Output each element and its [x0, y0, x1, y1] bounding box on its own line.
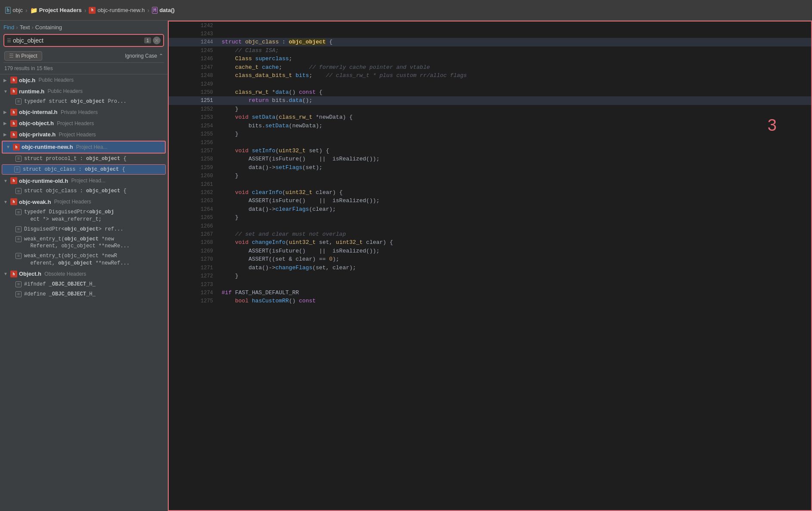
table-row: 1265 }: [169, 213, 811, 222]
file-name-internalh: objc-internal.h: [19, 109, 58, 115]
result-weak-4[interactable]: ≡ weak_entry_t(objc_object *newR eferent…: [0, 251, 167, 268]
table-row: 1266: [169, 222, 811, 230]
code-table: 1242 1243 1244struct objc_class : objc_o…: [169, 22, 811, 305]
table-row: 1261: [169, 180, 811, 188]
expand-arrow-weakah: [3, 200, 9, 204]
file-header-runtimeoldh[interactable]: h objc-runtime-old.h Project Head...: [0, 175, 167, 186]
table-row: 1269 ASSERT(isFuture() || isRealized());: [169, 247, 811, 256]
result-weak-3[interactable]: ≡ weak_entry_t(objc_object *new Referent…: [0, 234, 167, 252]
file-name-weakah: objc-weak.h: [19, 199, 51, 205]
result-text-objcclass: struct objc_class : objc_object {: [23, 166, 162, 173]
code-panel: 3 1242 1243 1244struct objc_class : objc…: [168, 21, 812, 511]
case-button[interactable]: Ignoring Case ⌃: [125, 53, 163, 59]
file-cat-objectmh: Obsolete Headers: [43, 271, 86, 277]
doc-icon-weak-1: ≡: [15, 209, 22, 215]
containing-label[interactable]: Containing: [35, 24, 62, 31]
file-header-internalh[interactable]: h objc-internal.h Private Headers: [0, 107, 167, 118]
table-row: 1256: [169, 139, 811, 147]
breadcrumb-project-headers[interactable]: 📁 Project Headers: [30, 7, 82, 14]
nav-sep-1: ›: [16, 24, 18, 31]
file-group-runtimenewh: h objc-runtime-new.h Project Hea... 2 ≡ …: [0, 141, 167, 175]
main-layout: Find › Text › Containing ☰ 1 ✕ 1 ☰ In Pr…: [0, 21, 812, 511]
left-panel: Find › Text › Containing ☰ 1 ✕ 1 ☰ In Pr…: [0, 21, 168, 511]
table-row: 1264 data()->clearFlags(clear);: [169, 205, 811, 214]
table-row: 1263 ASSERT(isFuture() || isRealized());: [169, 197, 811, 205]
result-obj-2[interactable]: ≡ #define _OBJC_OBJECT_H_: [0, 289, 167, 299]
result-text-obj-1: #ifndef _OBJC_OBJECT_H_: [24, 281, 164, 288]
doc-icon-protocol: ≡: [15, 156, 22, 162]
result-objcclass[interactable]: ≡ struct objc_class : objc_object {: [2, 164, 166, 175]
table-row: 1271 data()->changeFlags(set, clear);: [169, 264, 811, 272]
table-row: 1248 class_data_bits_t bits; // class_rw…: [169, 71, 811, 80]
nav-sep-2: ›: [31, 24, 33, 31]
clear-search-button[interactable]: ✕: [153, 37, 161, 44]
expand-arrow-runtimenewh: [6, 145, 11, 149]
table-row: 1242: [169, 22, 811, 30]
breadcrumb-objc-label: objc: [12, 7, 23, 13]
file-group-internalh: h objc-internal.h Private Headers: [0, 107, 167, 118]
file-header-objch[interactable]: h objc.h Public Headers: [0, 74, 167, 86]
h-icon-privateh: h: [10, 131, 17, 138]
file-header-runtimeh[interactable]: h runtime.h Public Headers: [0, 86, 167, 97]
scope-button[interactable]: ☰ In Project: [4, 51, 42, 61]
breadcrumb-project-headers-label: Project Headers: [39, 7, 82, 13]
breadcrumb-method[interactable]: M data(): [152, 7, 175, 14]
table-row: 1246 Class superclass;: [169, 55, 811, 63]
table-row: 1252 }: [169, 105, 811, 114]
table-row: 1273: [169, 280, 811, 289]
doc-icon-weak-2: ≡: [15, 226, 22, 232]
file-name-runtimeh: runtime.h: [19, 88, 44, 95]
breadcrumb-runtime-file[interactable]: h objc-runtime-new.h: [89, 7, 145, 14]
table-row: 1260 }: [169, 172, 811, 180]
doc-icon-typedef: ≡: [15, 99, 22, 105]
file-header-objectmh[interactable]: h Object.h Obsolete Headers: [0, 268, 167, 280]
file-cat-runtimeoldh: Project Head...: [70, 178, 105, 184]
result-obj-1[interactable]: ≡ #ifndef _OBJC_OBJECT_H_: [0, 280, 167, 289]
table-row: 1262 void clearInfo(uint32_t clear) {: [169, 188, 811, 197]
breadcrumb-sep-1: ›: [25, 7, 28, 14]
table-row: 1247 cache_t cache; // formerly cache po…: [169, 63, 811, 72]
expand-arrow-objectmh: [3, 271, 9, 276]
file-header-weakah[interactable]: h objc-weak.h Project Headers: [0, 196, 167, 207]
scope-label: In Project: [15, 53, 37, 59]
table-row: 1249: [169, 80, 811, 88]
doc-icon-objcclass: ≡: [14, 166, 20, 172]
result-old-1[interactable]: ≡ struct objc_class : objc_object {: [0, 186, 167, 196]
search-badge: 1: [144, 37, 151, 43]
breadcrumb-sep-2: ›: [84, 7, 87, 14]
file-header-privateh[interactable]: h objc-private.h Project Headers: [0, 129, 167, 140]
result-text-weak-2: DisguisedPtr<objc_object> ref...: [24, 226, 164, 233]
result-text-weak-1: typedef DisguisedPtr<objc_obj ect *> wea…: [24, 209, 164, 223]
file-cat-runtimeh: Public Headers: [46, 88, 83, 94]
table-row: 1250 class_rw_t *data() const {: [169, 88, 811, 97]
file-header-runtimenewh[interactable]: h objc-runtime-new.h Project Hea... 2: [2, 141, 166, 154]
file-group-runtimeh: h runtime.h Public Headers ≡ typedef str…: [0, 86, 167, 107]
table-row: 1243: [169, 30, 811, 38]
text-label[interactable]: Text: [20, 24, 30, 31]
h-icon-runtimeoldh: h: [10, 177, 17, 184]
results-list[interactable]: h objc.h Public Headers h runtime.h Publ…: [0, 74, 167, 511]
search-input[interactable]: [13, 37, 144, 44]
table-row: 1268 void changeInfo(uint32_t set, uint3…: [169, 238, 811, 247]
table-row: 1259 data()->setFlags(set);: [169, 163, 811, 172]
file-group-runtimeoldh: h objc-runtime-old.h Project Head... ≡ s…: [0, 175, 167, 196]
result-protocol[interactable]: ≡ struct protocol_t : objc_object {: [0, 154, 167, 164]
find-label[interactable]: Find: [3, 24, 14, 31]
result-weak-1[interactable]: ≡ typedef DisguisedPtr<objc_obj ect *> w…: [0, 207, 167, 225]
scope-icon: ☰: [7, 38, 11, 43]
result-weak-2[interactable]: ≡ DisguisedPtr<objc_object> ref...: [0, 225, 167, 234]
result-text-old-1: struct objc_class : objc_object {: [24, 188, 164, 195]
breadcrumb-objc[interactable]: h objc: [5, 7, 23, 14]
file-name-runtimeoldh: objc-runtime-old.h: [19, 178, 68, 184]
file-group-objecth: h objc-object.h Project Headers: [0, 118, 167, 129]
case-label: Ignoring Case: [125, 53, 157, 59]
find-nav: Find › Text › Containing: [3, 24, 164, 31]
code-content[interactable]: 1242 1243 1244struct objc_class : objc_o…: [169, 22, 811, 510]
result-typedef[interactable]: ≡ typedef struct objc_object Pro...: [0, 97, 167, 107]
table-row: 1255 }: [169, 130, 811, 139]
file-header-objecth[interactable]: h objc-object.h Project Headers: [0, 118, 167, 129]
table-row: 1272 }: [169, 272, 811, 280]
breadcrumb-bar: h objc › 📁 Project Headers › h objc-runt…: [0, 0, 812, 21]
table-row: 1257 void setInfo(uint32_t set) {: [169, 147, 811, 155]
file-name-runtimenewh: objc-runtime-new.h: [22, 144, 73, 150]
